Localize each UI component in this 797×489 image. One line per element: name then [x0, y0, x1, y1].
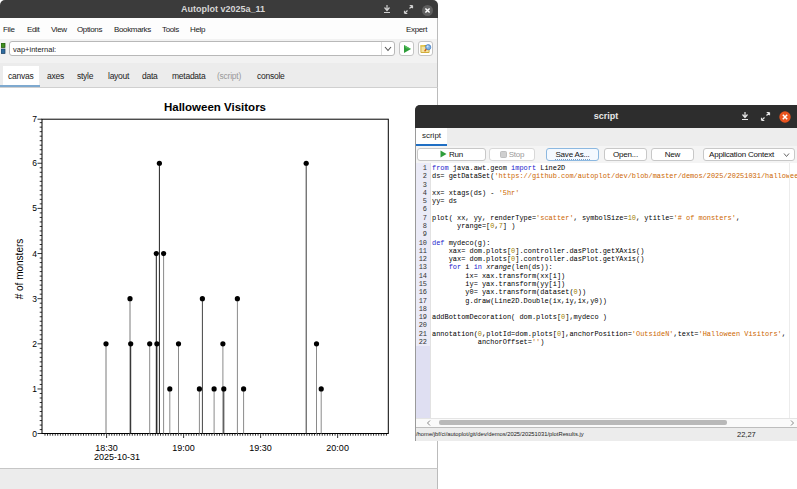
svg-text:2: 2: [32, 339, 37, 349]
svg-text:0: 0: [32, 429, 37, 439]
svg-text:3: 3: [32, 294, 37, 304]
svg-text:Halloween Visitors: Halloween Visitors: [164, 101, 266, 113]
svg-text:1: 1: [32, 384, 37, 394]
svg-text:7: 7: [32, 114, 37, 124]
svg-text:19:00: 19:00: [172, 443, 195, 453]
svg-text:4: 4: [32, 249, 37, 259]
svg-text:19:30: 19:30: [249, 443, 272, 453]
svg-text:18:30: 18:30: [95, 443, 118, 453]
svg-text:6: 6: [32, 158, 37, 168]
svg-text:20:00: 20:00: [326, 443, 349, 453]
svg-text:2025-10-31: 2025-10-31: [94, 452, 140, 462]
svg-text:5: 5: [32, 203, 37, 213]
svg-text:# of monsters: # of monsters: [14, 239, 25, 300]
